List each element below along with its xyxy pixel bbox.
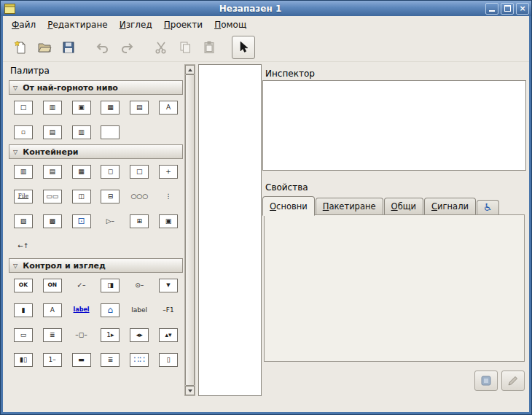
palette-item-aspect-frame[interactable]: □ <box>125 159 154 184</box>
paste-button[interactable] <box>197 36 221 59</box>
palette-item-hbuttonbox[interactable]: ○○○ <box>125 184 154 209</box>
minimize-button[interactable] <box>485 3 498 15</box>
palette-item-assistant[interactable]: ▥ <box>67 120 96 144</box>
palette-item-statusbar[interactable]: 1– <box>38 347 67 372</box>
palette-item-frame[interactable]: ◻ <box>95 159 125 184</box>
palette-item-text-entry[interactable]: ▭ <box>9 322 38 347</box>
palette-item-link-button[interactable]: label <box>67 298 96 322</box>
palette-item-vbuttonbox[interactable]: ⋮ <box>154 184 183 209</box>
palette-item-hscrollbar[interactable]: ◂▸ <box>125 322 154 347</box>
palette-item-fixed[interactable]: + <box>154 159 183 184</box>
palette-item-scrolled-window[interactable]: ▧ <box>9 209 38 233</box>
palette-section-header[interactable]: ▽Контейнери <box>9 144 183 159</box>
palette-item-hscale[interactable]: –◻– <box>67 322 96 347</box>
font-button-icon: A <box>43 303 62 317</box>
inspector-tree[interactable] <box>262 80 526 171</box>
palette-item-combo-box[interactable]: ▼ <box>154 273 183 298</box>
undo-button[interactable] <box>91 36 114 59</box>
scrollbar-thumb[interactable] <box>185 74 195 386</box>
close-button[interactable]: × <box>516 3 529 15</box>
text-entry-icon: ▭ <box>14 328 33 342</box>
hbox-icon: ▥ <box>14 165 33 179</box>
palette-item-layout[interactable]: ▩ <box>38 209 67 233</box>
palette-item-option-menu[interactable]: ◨ <box>95 273 125 298</box>
palette-item-font-button[interactable]: A <box>38 298 67 322</box>
tab-common[interactable]: Общи <box>384 198 423 215</box>
titlebar[interactable]: Незапазен 1 × <box>1 1 531 16</box>
palette-item-input-dialog[interactable]: ▫ <box>9 120 38 144</box>
palette-section-header[interactable]: ▽От най-горното ниво <box>9 80 183 95</box>
expander-icon: ▽ <box>13 263 17 269</box>
palette-item-entry[interactable]: ▮ <box>9 298 38 322</box>
palette-item-vbox[interactable]: ▤ <box>38 159 67 184</box>
palette-item-expander[interactable]: ▷– <box>95 209 125 233</box>
properties-edit-button[interactable] <box>501 371 525 391</box>
palette-item-calendar[interactable]: ∷∷ <box>125 347 154 372</box>
redo-button[interactable] <box>115 36 138 59</box>
palette-item-alignment[interactable]: ←↑ <box>9 233 38 258</box>
vbuttonbox-icon: ⋮ <box>159 190 178 203</box>
progress-bar-icon: ▮▯ <box>14 353 33 367</box>
palette-item-color-selection-dialog[interactable]: ▦ <box>95 95 125 120</box>
tab-packing[interactable]: Пакетиране <box>316 198 383 215</box>
palette-scrollbar[interactable] <box>184 64 195 396</box>
palette-item-hseparator[interactable]: ▬ <box>67 347 96 372</box>
open-button[interactable] <box>33 36 56 59</box>
menu-file[interactable]: Файл <box>6 18 42 32</box>
properties-doc-button[interactable] <box>474 371 498 391</box>
palette-item-font-selection-dialog[interactable]: A <box>154 95 183 120</box>
tab-general[interactable]: Основни <box>262 196 315 216</box>
palette-item-event-box[interactable]: ▣ <box>154 209 183 233</box>
palette-item-label[interactable]: label <box>125 298 154 322</box>
palette-item-spin-button[interactable]: 1▸ <box>95 322 125 347</box>
palette-item-about-dialog[interactable]: ▤ <box>38 120 67 144</box>
tab-accessibility[interactable]: ♿ <box>477 200 499 215</box>
scroll-down-button[interactable] <box>185 386 195 395</box>
palette-item-toolbar[interactable]: ▭▭ <box>38 184 67 209</box>
message-dialog-icon: ▣ <box>72 101 91 115</box>
menu-view[interactable]: Изглед <box>114 18 158 32</box>
scroll-up-button[interactable] <box>185 65 195 74</box>
palette-item-hpaned[interactable]: ◫ <box>67 184 96 209</box>
palette-item-message-dialog[interactable]: ▣ <box>67 95 96 120</box>
palette-section-header[interactable]: ▽Контрол и изглед <box>9 258 183 273</box>
hseparator-icon: ▬ <box>72 353 91 367</box>
popup-window-icon <box>101 125 120 139</box>
palette-item-progress-bar[interactable]: ▮▯ <box>9 347 38 372</box>
palette-item-handle-box[interactable]: ⊞ <box>125 209 154 233</box>
palette-item-popup-window[interactable] <box>95 120 125 144</box>
palette-item-text-view[interactable]: ≣ <box>38 322 67 347</box>
save-button[interactable] <box>57 36 80 59</box>
palette-item-hbox[interactable]: ▥ <box>9 159 38 184</box>
palette-item-dialog[interactable]: ▥ <box>38 95 67 120</box>
cut-button[interactable] <box>149 36 173 59</box>
palette-item-vpaned[interactable]: ⊟ <box>95 184 125 209</box>
menu-help[interactable]: Помощ <box>208 18 252 32</box>
palette-item-check-button[interactable]: ✓– <box>67 273 96 298</box>
palette-item-radio-button[interactable]: ⊙– <box>125 273 154 298</box>
palette-item-vseparator[interactable]: ▯ <box>154 347 183 372</box>
palette-item-accel-label[interactable]: –F1 <box>154 298 183 322</box>
palette-item-button[interactable]: OK <box>9 273 38 298</box>
palette-item-table[interactable]: ▦ <box>67 159 96 184</box>
design-canvas[interactable] <box>198 64 262 396</box>
palette-item-notebook[interactable]: ⊡ <box>67 209 96 233</box>
maximize-button[interactable] <box>501 3 514 15</box>
palette-item-tree-view[interactable]: ≣ <box>95 347 125 372</box>
vpaned-icon: ⊟ <box>101 190 120 203</box>
menu-edit[interactable]: Редактиране <box>42 18 114 32</box>
palette-item-window[interactable]: □ <box>9 95 38 120</box>
document-icon <box>480 374 493 387</box>
palette-label: Палитра <box>10 66 50 76</box>
palette-item-vscrollbar[interactable]: ▴▾ <box>154 322 183 347</box>
palette-item-toggle-button[interactable]: ON <box>38 273 67 298</box>
menu-projects[interactable]: Проекти <box>158 18 208 32</box>
palette-item-file-selection-dialog[interactable]: ▤ <box>125 95 154 120</box>
inspector-label: Инспектор <box>265 69 315 79</box>
new-button[interactable] <box>9 36 32 59</box>
tab-signals[interactable]: Сигнали <box>424 198 476 215</box>
palette-item-menubar[interactable]: File <box>9 184 38 209</box>
pointer-button[interactable] <box>232 36 255 59</box>
palette-item-image[interactable]: ⌂ <box>95 298 125 322</box>
copy-button[interactable] <box>173 36 197 59</box>
